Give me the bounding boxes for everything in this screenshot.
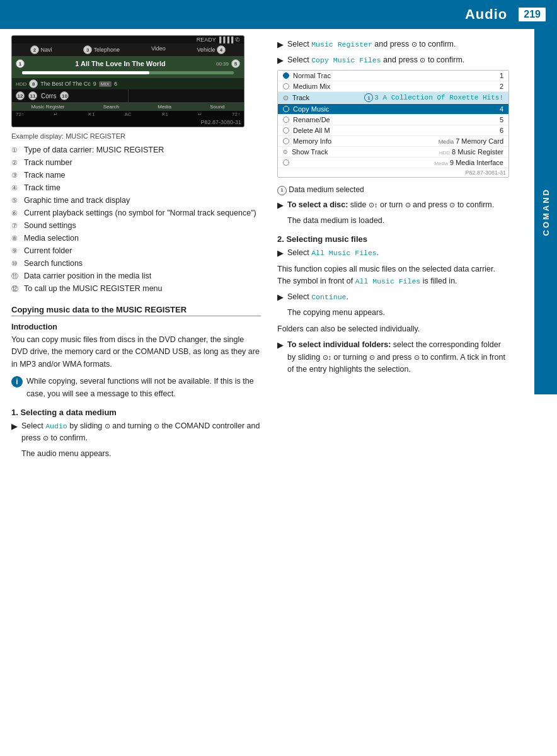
legend-num-6: ⑥	[11, 208, 20, 219]
legend-item-7: ⑦ Sound settings	[11, 219, 261, 232]
media-int-icon: Media	[434, 161, 448, 166]
legend-item-6: ⑥ Current playback settings (no symbol f…	[11, 207, 261, 219]
badge-2: 2	[30, 45, 39, 54]
device-buttons-row: Music Register Search Media Sound	[12, 102, 244, 111]
note-circle-1: 1	[277, 186, 287, 195]
step1-arrow-text: Select Audio by sliding ⊙ and turning ⊙ …	[21, 420, 261, 445]
copy-val: 4	[500, 105, 503, 113]
legend-item-8: ⑧ Media selection	[11, 232, 261, 244]
disc-load-note: The data medium is loaded.	[287, 215, 509, 227]
audio-link: Audio	[45, 422, 67, 430]
copy-music-text: Select Copy Music Files and press ⊙ to c…	[287, 54, 509, 67]
badge-8: 8	[29, 79, 38, 88]
radio-normal	[283, 72, 289, 79]
menu-copy-music: Copy Music 4	[278, 104, 508, 115]
btn-search: Search	[103, 104, 119, 110]
turn-sym: ⊙	[154, 422, 159, 430]
radio-memory	[283, 138, 289, 144]
legend-text-12: To call up the MUSIC REGISTER menu	[24, 282, 163, 295]
step2-heading: 2. Selecting music files	[277, 234, 509, 244]
legend-item-2: ② Track number	[11, 156, 261, 169]
legend-num-9: ⑨	[11, 246, 20, 257]
all-music-text: Select All Music Files.	[287, 247, 509, 260]
introduction-heading: Introduction	[11, 323, 261, 331]
btn-music-register: Music Register	[32, 104, 65, 110]
legend-text-1: Type of data carrier: MUSIC REGISTER	[24, 144, 164, 156]
device-bottom: 12 11 Corrs 10	[12, 89, 244, 102]
memory-label: Memory Info	[293, 137, 435, 145]
legend-text-7: Sound settings	[24, 219, 76, 232]
legend-text-11: Data carrier position in the media list	[24, 270, 151, 282]
radio-media-int	[283, 159, 289, 166]
copy-music-link: Copy Music Files	[311, 56, 381, 64]
legend-item-12: ⑫ To call up the MUSIC REGISTER menu	[11, 282, 261, 295]
device-bottom-right	[128, 89, 244, 102]
legend-num-11: ⑪	[11, 271, 20, 282]
example-label: Example display: MUSIC REGISTER	[11, 132, 261, 140]
media-icon: Media	[439, 139, 454, 145]
music-register-text: Select Music Register and press ⊙ to con…	[287, 38, 509, 51]
menu-memory-info: Memory Info Media 7 Memory Card	[278, 136, 508, 147]
individual-folders-text: To select individual folders: select the…	[287, 339, 509, 375]
arrow-icon-1: ▶	[11, 420, 18, 445]
corrs-text: Corrs	[41, 93, 56, 100]
btn-sound: Sound	[210, 104, 224, 110]
memory-val: Media 7 Memory Card	[439, 137, 503, 145]
continue-bullet: ▶ Select Continue.	[277, 291, 509, 304]
legend-num-2: ②	[11, 158, 20, 169]
track2-text: The Best Of The Cc	[40, 81, 90, 87]
menu-show-track: ⊙ Show Track HDD 8 Music Register	[278, 147, 508, 158]
info-box: i While copying, several functions will …	[11, 375, 261, 400]
menu-track-active: ⊙ Track 1 3 A Collection Of Roxette Hits…	[278, 92, 508, 104]
legend-text-4: Track time	[24, 181, 60, 194]
legend-num-5: ⑤	[11, 195, 20, 207]
status-arrow2: ↵	[198, 112, 202, 117]
arrow-icon-r2: ▶	[277, 54, 284, 67]
device-screen: READY ▐▐▐▐ ✆ 2 Navi 3 Telephone Video Ve…	[11, 35, 244, 127]
info-text: While copying, several functions will no…	[26, 375, 261, 400]
legend-item-10: ⑩ Search functions	[11, 257, 261, 270]
continue-link: Continue	[311, 293, 346, 301]
continue-text: Select Continue.	[287, 291, 509, 304]
hdd-label: HDD	[439, 150, 450, 156]
all-music-link: All Music Files	[311, 249, 377, 257]
press-sym-ind: ⊙	[414, 353, 420, 361]
turn-sym-ind: ⊙	[369, 353, 375, 361]
legend-num-4: ④	[11, 183, 20, 194]
badge-3: 3	[83, 45, 92, 54]
legend-text-6: Current playback settings (no symbol for…	[24, 207, 256, 219]
radio-medium	[283, 83, 289, 89]
legend-text-3: Track name	[24, 169, 66, 181]
right-column: ▶ Select Music Register and press ⊙ to c…	[271, 35, 534, 464]
show-track-label: Show Track	[292, 148, 435, 156]
legend-item-4: ④ Track time	[11, 181, 261, 194]
nav-telephone: 3 Telephone	[81, 45, 122, 54]
copying-section-heading: Copying music data to the MUSIC REGISTER	[11, 305, 261, 316]
track-title: 1 All The Love In The World	[27, 59, 214, 68]
copying-menu-note: The copying menu appears.	[287, 307, 509, 319]
slide-sym-r: ⊙↕	[369, 201, 378, 209]
left-column: READY ▐▐▐▐ ✆ 2 Navi 3 Telephone Video Ve…	[0, 35, 271, 464]
confirm-sym-1: ⊙	[411, 40, 417, 48]
track-icon: ⊙	[283, 94, 289, 102]
arrow-icon-r6: ▶	[277, 339, 284, 375]
legend-item-3: ③ Track name	[11, 169, 261, 181]
badge-12: 12	[16, 91, 25, 100]
btn-media: Media	[158, 104, 171, 110]
legend-num-10: ⑩	[11, 258, 20, 270]
legend-num-1: ①	[11, 145, 20, 156]
menu-ref: P82.87-3081-31	[278, 168, 508, 177]
section-title: Audio	[465, 6, 507, 23]
select-disc-text: To select a disc: slide ⊙↕ or turn ⊙ and…	[287, 199, 509, 212]
menu-medium-mix: Medium Mix 2	[278, 81, 508, 92]
badge-11: 11	[28, 91, 37, 100]
info-icon: i	[11, 376, 23, 387]
badge-4: 4	[217, 45, 226, 54]
turn-sym-r: ⊙	[405, 201, 411, 209]
track-num-badge: 1	[364, 93, 373, 102]
medium-mix-label: Medium Mix	[293, 83, 496, 90]
status-arrow1: ↵	[54, 112, 58, 117]
status-x1a: ✕1	[88, 112, 95, 117]
select-disc-bullet: ▶ To select a disc: slide ⊙↕ or turn ⊙ a…	[277, 199, 509, 212]
menu-box: Normal Trac 1 Medium Mix 2 ⊙ Track 1 3 A…	[277, 70, 509, 178]
